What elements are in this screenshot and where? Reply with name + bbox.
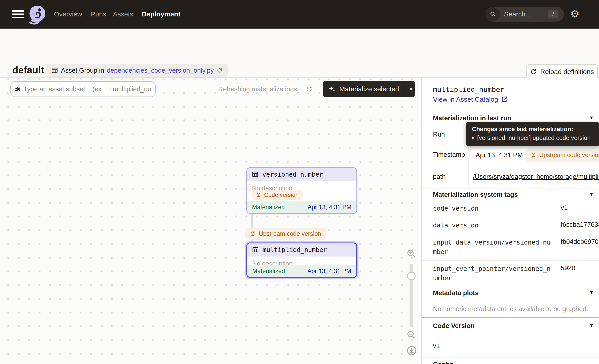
materialized-timestamp: Apr 13, 4:31 PM: [307, 268, 351, 275]
sparkle-icon: [328, 85, 336, 93]
view-in-asset-catalog-link[interactable]: View in Asset Catalog: [433, 95, 508, 103]
zoom-in-icon[interactable]: [406, 249, 416, 259]
table-icon: [252, 246, 259, 253]
asset-details-panel: multiplied_number View in Asset Catalog …: [421, 78, 599, 364]
nav-item-overview[interactable]: Overview: [54, 10, 82, 18]
code-version-icon: [250, 231, 256, 237]
table-icon: [252, 171, 259, 178]
materialized-status: Materialized: [252, 204, 285, 211]
column-divider: [554, 201, 554, 286]
tag-value: v1: [561, 204, 568, 211]
asset-graph-filter-icon: [15, 85, 20, 93]
upstream-code-version-badge: Upstream code version: [245, 228, 326, 240]
selected-asset-name: multiplied_number: [433, 85, 504, 93]
materialize-selected-button[interactable]: Materialize selected ▾: [323, 81, 415, 97]
search-placeholder: Search...: [504, 10, 531, 18]
nav-item-assets[interactable]: Assets: [113, 10, 133, 18]
tooltip-change-item: [versioned_number] updated code version: [477, 135, 590, 141]
settings-gear-icon[interactable]: ⚙: [570, 9, 579, 19]
code-version-icon: [256, 192, 262, 198]
tag-key: input_event_pointer/versioned_number: [433, 264, 552, 283]
code-version-value: v1: [433, 342, 440, 350]
tag-key: code_version: [433, 204, 552, 213]
button-divider: [403, 81, 403, 97]
dagster-logo-icon[interactable]: [25, 3, 48, 26]
divider: [422, 286, 599, 286]
metadata-plots-empty-note: No numeric metadata entries available to…: [433, 305, 588, 313]
refreshing-status: Refreshing materializations...: [211, 81, 313, 97]
row-key-run: Run: [433, 131, 445, 138]
row-key-timestamp: Timestamp: [433, 151, 465, 158]
table-icon: [51, 67, 58, 74]
reload-definitions-button[interactable]: Reload definitions: [526, 64, 598, 79]
dagster-app-window: Overview Runs Assets Deployment Search..…: [0, 0, 599, 364]
asset-status-footer: Materialized Apr 13, 4:31 PM: [247, 265, 356, 277]
collapse-caret-icon[interactable]: ▼: [589, 115, 594, 120]
divider: [422, 357, 599, 357]
asset-group-label: Asset Group in: [61, 67, 104, 74]
divider: [422, 301, 599, 301]
asset-status-footer: Materialized Apr 13, 4:31 PM: [247, 201, 356, 213]
collapse-caret-icon[interactable]: ▼: [589, 191, 594, 197]
section-metadata-plots: Metadata plots: [433, 289, 479, 297]
section-config: Config: [433, 361, 454, 364]
divider: [422, 168, 599, 168]
search-icon: [486, 7, 500, 21]
timestamp-value: Apr 13, 4:31 PM: [476, 151, 523, 159]
zoom-slider-handle[interactable]: [407, 272, 416, 280]
refresh-icon[interactable]: [216, 67, 223, 74]
bullet: •: [472, 135, 474, 141]
tag-key: input_data_version/versioned_number: [433, 238, 552, 257]
search-input[interactable]: Search... /: [485, 7, 564, 22]
materialize-dropdown-caret[interactable]: ▾: [407, 86, 415, 92]
nav-item-deployment[interactable]: Deployment: [142, 10, 180, 18]
code-version-badge: Code version: [252, 190, 303, 200]
zoom-out-icon[interactable]: [406, 330, 416, 340]
top-nav-bar: Overview Runs Assets Deployment Search..…: [0, 0, 599, 29]
changes-tooltip: Changes since last materialization: • [v…: [466, 122, 599, 146]
page-title: default: [12, 65, 44, 76]
code-version-icon: [531, 152, 537, 158]
page-header: default Asset Group in dependencies_code…: [0, 29, 599, 78]
divider: [422, 189, 599, 189]
asset-node-multiplied-number[interactable]: multiplied_number No description Materia…: [247, 243, 357, 278]
section-divider: [422, 317, 599, 318]
tag-key: data_version: [433, 221, 552, 230]
section-materialization-last-run: Materialization in last run: [433, 114, 511, 122]
external-link-icon: [501, 96, 508, 103]
row-key-path: path: [433, 173, 446, 181]
asset-subset-input[interactable]: Type an asset subset... (ex: ++multiplie…: [10, 81, 156, 97]
menu-icon[interactable]: [12, 10, 24, 18]
asset-node-header: versioned_number: [247, 168, 356, 181]
divider: [422, 201, 599, 201]
divider: [422, 234, 599, 234]
tag-value: fb04dcb6970c: [561, 238, 599, 245]
collapse-caret-icon[interactable]: ▼: [589, 323, 594, 328]
tooltip-title: Changes since last materialization:: [472, 126, 593, 133]
nav-item-runs[interactable]: Runs: [90, 10, 106, 18]
materialized-timestamp: Apr 13, 4:31 PM: [308, 204, 352, 211]
code-file-link[interactable]: dependencies_code_version_only.py: [107, 67, 214, 74]
divider: [422, 260, 599, 260]
asset-subset-placeholder: Type an asset subset... (ex: ++multiplie…: [24, 86, 151, 93]
collapse-caret-icon[interactable]: ▼: [589, 290, 594, 295]
section-code-version: Code Version: [433, 322, 475, 329]
asset-group-chip[interactable]: Asset Group in dependencies_code_version…: [46, 64, 228, 77]
refresh-icon[interactable]: [306, 86, 313, 93]
divider: [422, 333, 599, 333]
search-shortcut-badge: /: [548, 10, 558, 18]
asset-graph-canvas[interactable]: Type an asset subset... (ex: ++multiplie…: [0, 78, 421, 364]
path-link[interactable]: /Users/sryza/dagster_home/storage/multip…: [473, 173, 599, 181]
tag-value: f6ccba177638: [561, 221, 599, 228]
divider: [422, 111, 599, 111]
asset-node-header: multiplied_number: [247, 243, 356, 256]
upstream-code-version-badge: Upstream code version: [527, 149, 599, 161]
materialized-status: Materialized: [252, 268, 285, 275]
asset-node-versioned-number[interactable]: versioned_number No description Code ver…: [247, 167, 357, 214]
download-graph-icon[interactable]: [406, 345, 417, 356]
divider: [422, 217, 599, 217]
refresh-icon: [530, 68, 537, 75]
tag-value: 5920: [561, 264, 575, 272]
section-system-tags: Materialization system tags: [433, 191, 518, 199]
